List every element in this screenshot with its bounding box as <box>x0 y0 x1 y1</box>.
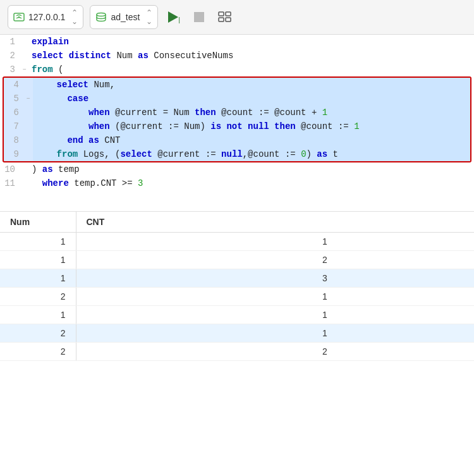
col-header-num: Num <box>0 212 76 233</box>
code-content-10: ) as temp <box>29 162 474 176</box>
fold-8 <box>24 133 33 147</box>
code-line-1: 1 explain <box>0 35 474 49</box>
result-cnt-0: 1 <box>76 233 337 251</box>
run-button[interactable]: | <box>164 8 184 26</box>
result-row-3: 21 <box>0 288 474 306</box>
result-empty-6 <box>337 343 474 361</box>
fold-6 <box>24 106 33 119</box>
result-cnt-6: 2 <box>76 343 337 361</box>
selected-code-table: 4 select Num, 5 − case 6 when @current =… <box>4 78 470 161</box>
code-content-1: explain <box>29 35 474 49</box>
fold-7 <box>24 119 33 133</box>
code-line-9: 9 from Logs, (select @current := null,@c… <box>4 147 470 161</box>
code-line-10: 10 ) as temp <box>0 162 474 176</box>
db-selector[interactable]: ad_test ⌃⌄ <box>90 5 158 29</box>
code-content-9: from Logs, (select @current := null,@cou… <box>33 147 470 161</box>
host-chevrons: ⌃⌄ <box>71 8 78 26</box>
code-line-5: 5 − case <box>4 92 470 106</box>
code-line-11: 11 where temp.CNT >= 3 <box>0 176 474 190</box>
code-table-bottom: 10 ) as temp 11 where temp.CNT >= 3 <box>0 162 474 190</box>
selection-box: 4 select Num, 5 − case 6 when @current =… <box>3 76 471 162</box>
line-number-2: 2 <box>0 49 20 63</box>
line-number-7: 7 <box>4 119 24 133</box>
db-chevrons: ⌃⌄ <box>146 8 152 26</box>
cursor-icon: | <box>178 16 180 23</box>
db-value: ad_test <box>111 12 140 22</box>
result-row-4: 11 <box>0 306 474 324</box>
code-line-4: 4 select Num, <box>4 78 470 92</box>
col-header-empty <box>337 212 474 233</box>
line-number-11: 11 <box>0 176 20 190</box>
svg-point-1 <box>18 16 20 18</box>
result-cnt-3: 1 <box>76 288 337 306</box>
grid-button[interactable] <box>214 9 236 25</box>
result-num-5: 2 <box>0 324 76 343</box>
result-empty-3 <box>337 288 474 306</box>
code-content-6: when @current = Num then @count := @coun… <box>33 106 470 119</box>
result-empty-4 <box>337 306 474 324</box>
host-selector[interactable]: 127.0.0.1 ⌃⌄ <box>8 5 83 29</box>
results-header-row: Num CNT <box>0 212 474 233</box>
result-num-0: 1 <box>0 233 76 251</box>
line-number-5: 5 <box>4 92 24 106</box>
result-cnt-4: 1 <box>76 306 337 324</box>
line-number-4: 4 <box>4 78 24 92</box>
grid-icon <box>218 11 232 23</box>
code-content-11: where temp.CNT >= 3 <box>29 176 474 190</box>
result-empty-1 <box>337 251 474 269</box>
svg-rect-6 <box>226 18 231 21</box>
fold-11 <box>20 176 29 190</box>
result-num-2: 1 <box>0 269 76 288</box>
code-content-3: from ( <box>29 63 474 76</box>
host-value: 127.0.0.1 <box>28 12 65 22</box>
result-num-4: 1 <box>0 306 76 324</box>
line-number-1: 1 <box>0 35 20 49</box>
code-content-8: end as CNT <box>33 133 470 147</box>
code-line-6: 6 when @current = Num then @count := @co… <box>4 106 470 119</box>
result-num-1: 1 <box>0 251 76 269</box>
stop-button[interactable] <box>190 9 208 25</box>
result-num-3: 2 <box>0 288 76 306</box>
code-line-8: 8 end as CNT <box>4 133 470 147</box>
fold-10 <box>20 162 29 176</box>
svg-rect-4 <box>226 12 231 16</box>
sql-editor[interactable]: 1 explain 2 select distinct Num as Conse… <box>0 35 474 212</box>
result-cnt-5: 1 <box>76 324 337 343</box>
result-row-1: 12 <box>0 251 474 269</box>
code-table: 1 explain 2 select distinct Num as Conse… <box>0 35 474 76</box>
col-header-cnt: CNT <box>76 212 337 233</box>
result-row-5: 21 <box>0 324 474 343</box>
code-content-5: case <box>33 92 470 106</box>
stop-icon <box>194 12 204 22</box>
toolbar: 127.0.0.1 ⌃⌄ ad_test ⌃⌄ | <box>0 0 474 35</box>
svg-point-2 <box>97 13 106 16</box>
fold-9 <box>24 147 33 161</box>
results-table: Num CNT 11121321112122 <box>0 212 474 361</box>
result-row-6: 22 <box>0 343 474 361</box>
result-cnt-1: 2 <box>76 251 337 269</box>
result-empty-5 <box>337 324 474 343</box>
fold-2 <box>20 49 29 63</box>
db-icon <box>95 11 107 23</box>
svg-rect-5 <box>219 18 224 21</box>
code-content-4: select Num, <box>33 78 470 92</box>
results-area: Num CNT 11121321112122 <box>0 212 474 361</box>
svg-rect-3 <box>219 12 224 16</box>
line-number-9: 9 <box>4 147 24 161</box>
result-row-0: 11 <box>0 233 474 251</box>
result-empty-0 <box>337 233 474 251</box>
play-icon <box>168 11 178 23</box>
code-line-3: 3 − from ( <box>0 63 474 76</box>
result-empty-2 <box>337 269 474 288</box>
line-number-10: 10 <box>0 162 20 176</box>
line-number-8: 8 <box>4 133 24 147</box>
result-cnt-2: 3 <box>76 269 337 288</box>
line-number-3: 3 <box>0 63 20 76</box>
code-line-2: 2 select distinct Num as ConsecutiveNums <box>0 49 474 63</box>
fold-1 <box>20 35 29 49</box>
line-number-6: 6 <box>4 106 24 119</box>
fold-4 <box>24 78 33 92</box>
host-icon <box>13 11 25 23</box>
fold-5: − <box>24 92 33 106</box>
result-num-6: 2 <box>0 343 76 361</box>
